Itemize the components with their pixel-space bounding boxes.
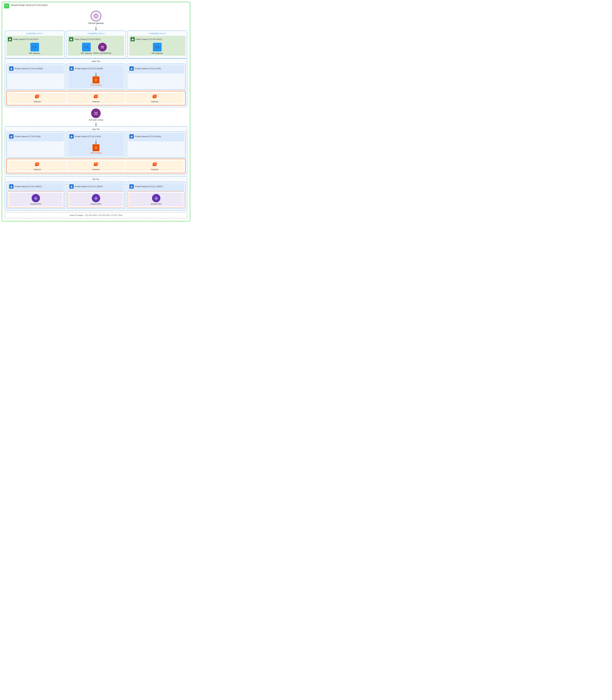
- az2-subnet-lock-icon: [69, 37, 73, 41]
- web-az1-lock-icon: [9, 67, 13, 71]
- db-az1-rds-label: Amazon RDS: [30, 203, 41, 205]
- app-autoscaling-icon: [93, 144, 99, 151]
- svg-rect-58: [11, 136, 12, 137]
- spare-ip-label: Spare IP ranges - 172.16.5.0/24, 172.16.…: [69, 214, 122, 216]
- az1-label: Availability Zone 1: [6, 32, 63, 35]
- app-az2-dashed: Private Subnet (172.16.3.0/24): [67, 131, 125, 158]
- db-az3-private-subnet: Private Subnet (172.16.1.160/27): [128, 183, 184, 191]
- az-public-row: Availability Zone 1 Public Subnet (172.1…: [5, 30, 187, 58]
- az3-public-subnet: Public Subnet (172.16.0.64/27): [129, 36, 185, 56]
- db-tier-label: DB Tier: [6, 178, 185, 181]
- vpc-container: Virtual Private Cloud (172.16.0.0/22) In…: [2, 2, 190, 222]
- app-az2-lock-icon: [69, 134, 74, 139]
- web-az3-private-subnet: Private Subnet (172.16.1.0/26): [128, 65, 184, 73]
- svg-rect-67: [131, 136, 133, 137]
- spare-ip-range: Spare IP ranges - 172.16.5.0/24, 172.16.…: [5, 212, 187, 218]
- db-tier-container: DB Tier Private Subnet (172.16.1.96: [5, 176, 187, 211]
- svg-point-14: [86, 47, 86, 47]
- db-az1-rds-box: Amazon RDS: [8, 191, 64, 208]
- app-az3-dashed: Private Subnet (172.16.4.0/24): [127, 131, 185, 158]
- alb-label: ALB path routing: [89, 119, 103, 121]
- app-az3-instances-icon: [152, 161, 158, 168]
- db-az2-rds-label: Amazon RDS: [91, 203, 101, 205]
- az1-public-subnet: Public Subnet (172.16.0.0/27): [6, 36, 63, 56]
- web-az1-dashed: Private Subnet (172.16.0.128/26): [6, 64, 65, 90]
- web-az1-private-subnet: Private Subnet (172.16.0.128/26): [8, 65, 64, 73]
- db-az3-rds-icon: [152, 194, 161, 202]
- app-az1-instances-icon: [34, 161, 40, 168]
- db-az1-rds-icon: [31, 194, 40, 202]
- app-az1-dashed: Private Subnet (172.16.2.0/24): [6, 131, 65, 158]
- db-az1-rds: Amazon RDS: [9, 192, 62, 206]
- db-az3-subnet-label: Private Subnet (172.16.1.160/27): [135, 185, 163, 187]
- web-autoscaling: Auto Scaling: [69, 76, 123, 86]
- svg-rect-69: [36, 162, 39, 166]
- web-az1-instances-label: Instances: [33, 101, 41, 103]
- svg-marker-6: [36, 46, 37, 48]
- db-az2-dashed: Private Subnet (172.16.1.128/27): [67, 182, 125, 209]
- db-az1-private-subnet: Private Subnet (172.16.1.96/27): [8, 183, 64, 191]
- app-az1-lock-icon: [9, 134, 13, 139]
- web-az2-instances-icon: [93, 94, 99, 100]
- app-az2-private-subnet: Private Subnet (172.16.3.0/24): [68, 133, 124, 156]
- web-az2-instances-label: Instances: [92, 101, 100, 103]
- svg-point-9: [35, 47, 36, 47]
- app-az3-private-subnet: Private Subnet (172.16.4.0/24): [128, 133, 184, 141]
- az3-nat-icon: [153, 43, 162, 52]
- app-az3-lock-icon: [129, 134, 134, 139]
- svg-rect-83: [70, 186, 72, 187]
- az2-nat-label: NAT gateway: [81, 52, 92, 54]
- web-az1-subnet-label: Private Subnet (172.16.0.128/26): [14, 68, 43, 70]
- svg-point-30: [156, 47, 157, 47]
- az2-public-subnet: Public Subnet (172.16.0.32/27): [68, 36, 124, 56]
- az1-public-subnet-label: Public Subnet (172.16.0.0/27): [13, 38, 39, 40]
- web-az3-lock-icon: [129, 67, 134, 71]
- svg-rect-10: [70, 39, 72, 40]
- app-az3-subnet-label: Private Subnet (172.16.4.0/24): [135, 135, 161, 138]
- web-az3-instances: Instances: [126, 92, 184, 104]
- db-az3-rds-label: Amazon RDS: [151, 203, 162, 205]
- db-az3-rds-box: Amazon RDS: [128, 191, 184, 208]
- svg-rect-73: [153, 162, 157, 166]
- web-tier-container: Web Tier Private Subnet (172.16.0.12: [5, 58, 187, 107]
- svg-rect-71: [95, 162, 98, 166]
- az2-public-subnet-label: Public Subnet (172.16.0.32/27): [74, 38, 101, 40]
- app-az1-instances: Instances: [8, 160, 66, 171]
- svg-point-7: [33, 47, 33, 47]
- app-az2-instances-icon: [93, 161, 99, 168]
- svg-rect-0: [5, 5, 8, 7]
- az2-elb: Elastic Load Balancing: [94, 43, 111, 54]
- web-tier-subnets: Private Subnet (172.16.0.128/26): [6, 64, 185, 90]
- az2-public-container: Availability Zone 2 Public Subnet (172.1…: [66, 30, 126, 58]
- az1-nat-label: NAT gateway: [29, 52, 40, 54]
- svg-rect-41: [131, 68, 133, 69]
- web-az3-subnet-label: Private Subnet (172.16.1.0/26): [135, 68, 161, 70]
- web-az1-instances: Instances: [8, 92, 66, 104]
- az1-subnet-lock-icon: [8, 37, 12, 41]
- svg-rect-4: [9, 39, 11, 40]
- web-az1-instances-icon: [34, 94, 40, 100]
- web-elb-arrow: [69, 72, 123, 76]
- db-az2-rds-box: Amazon RDS: [68, 191, 124, 208]
- app-az2-instances-label: Instances: [92, 169, 100, 170]
- web-az2-dashed: Private Subnet (172.16.0.192/26): [67, 64, 125, 90]
- internet-gateway-label: Internet gateway: [88, 22, 104, 25]
- az1-public-container: Availability Zone 1 Public Subnet (172.1…: [5, 30, 65, 58]
- db-az1-subnet-label: Private Subnet (172.16.1.96/27): [14, 185, 42, 187]
- web-tier-label: Web Tier: [6, 60, 185, 62]
- az3-subnet-lock-icon: [130, 37, 135, 41]
- web-az2-private-subnet: Private Subnet (172.16.0.192/26): [68, 65, 124, 88]
- az3-public-subnet-label: Public Subnet (172.16.0.64/27): [136, 38, 162, 40]
- app-az2-instances: Instances: [67, 160, 125, 171]
- svg-point-15: [87, 47, 87, 47]
- web-az2-subnet-label: Private Subnet (172.16.0.192/26): [75, 68, 103, 70]
- web-autoscaling-icon: [93, 76, 99, 83]
- az2-label: Availability Zone 2: [68, 32, 124, 35]
- svg-rect-32: [11, 68, 12, 69]
- az3-nat-label: NAT gateway: [152, 52, 163, 54]
- app-az3-instances-label: Instances: [151, 169, 158, 170]
- web-az2-instances: Instances: [67, 92, 125, 104]
- db-az1-lock-icon: [9, 184, 13, 188]
- db-az3-dashed: Private Subnet (172.16.1.160/27): [127, 182, 185, 209]
- alb-arrow-connector: [5, 122, 187, 126]
